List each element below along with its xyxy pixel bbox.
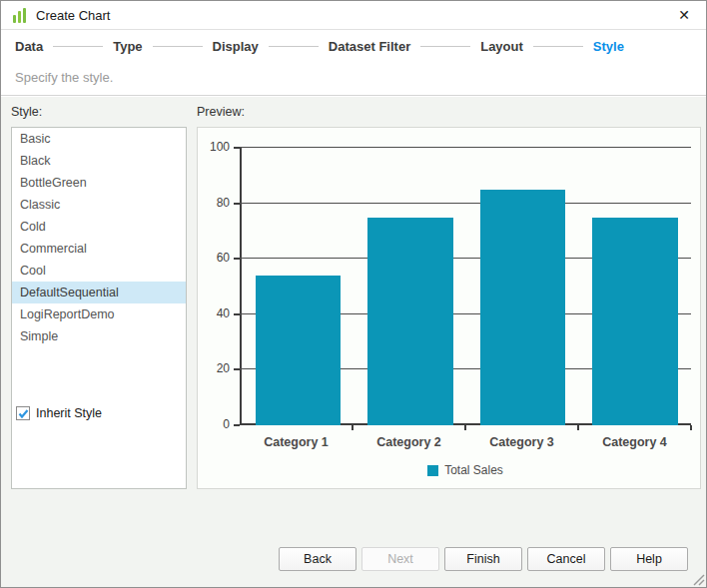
x-label-category-3: Category 3 (465, 435, 578, 449)
y-tick-100 (234, 147, 240, 149)
inherit-style-row: Inherit Style (16, 406, 102, 420)
step-connector (53, 46, 103, 47)
back-button[interactable]: Back (279, 547, 356, 571)
list-item-commercial[interactable]: Commercial (12, 238, 186, 260)
titlebar: Create Chart ✕ (1, 1, 706, 30)
bar-slot-1 (242, 148, 354, 425)
y-tick-label-20: 20 (198, 361, 230, 375)
preview-section: Preview: 020406080100Category 1Category … (197, 105, 701, 587)
bar-slot-4 (579, 148, 692, 425)
bars-container (242, 148, 691, 425)
bar-slot-2 (354, 148, 467, 425)
wizard-step-type[interactable]: Type (113, 39, 142, 54)
resize-grip[interactable] (692, 573, 705, 586)
next-button: Next (361, 547, 439, 571)
x-label-category-1: Category 1 (240, 435, 353, 449)
list-item-bottlegreen[interactable]: BottleGreen (12, 172, 186, 194)
bar-category-4 (592, 218, 678, 426)
bar-category-3 (480, 190, 566, 425)
x-tick-2 (464, 425, 466, 430)
x-label-category-4: Category 4 (578, 435, 691, 449)
wizard-step-data[interactable]: Data (15, 39, 43, 54)
y-tick-label-60: 60 (198, 251, 230, 265)
close-icon[interactable]: ✕ (674, 5, 694, 25)
style-listbox[interactable]: BasicBlackBottleGreenClassicColdCommerci… (11, 127, 187, 489)
x-labels-row: Category 1Category 2Category 3Category 4 (240, 435, 691, 449)
list-item-cool[interactable]: Cool (12, 260, 186, 282)
list-item-classic[interactable]: Classic (12, 194, 186, 216)
chart-legend: Total Sales (240, 463, 691, 477)
chart-bars-icon (13, 8, 26, 23)
y-tick-60 (234, 258, 240, 260)
list-item-cold[interactable]: Cold (12, 216, 186, 238)
bar-slot-3 (466, 148, 579, 425)
step-connector (533, 46, 583, 47)
create-chart-dialog: Create Chart ✕ DataTypeDisplayDataset Fi… (0, 0, 707, 588)
step-connector (269, 46, 319, 47)
y-tick-0 (234, 424, 240, 426)
y-tick-label-80: 80 (198, 196, 230, 210)
footer-buttons: BackNextFinishCancelHelp (279, 547, 688, 571)
x-label-category-2: Category 2 (353, 435, 465, 449)
y-tick-label-40: 40 (198, 306, 230, 320)
chart-preview: 020406080100Category 1Category 2Category… (197, 127, 701, 489)
list-item-defaultsequential[interactable]: DefaultSequential (12, 282, 186, 303)
wizard-subtitle: Specify the style. (1, 63, 706, 96)
y-tick-40 (234, 313, 240, 315)
step-connector (153, 46, 203, 47)
list-item-basic[interactable]: Basic (12, 128, 186, 150)
inherit-style-checkbox[interactable] (16, 406, 30, 420)
finish-button[interactable]: Finish (444, 547, 522, 571)
checkmark-icon (18, 408, 29, 419)
legend-swatch (427, 465, 438, 476)
window-title: Create Chart (36, 8, 110, 23)
y-tick-label-100: 100 (198, 140, 230, 154)
list-item-logireportdemo[interactable]: LogiReportDemo (12, 303, 186, 325)
x-tick-4 (690, 425, 692, 430)
wizard-step-display[interactable]: Display (213, 39, 259, 54)
wizard-step-style[interactable]: Style (593, 39, 624, 54)
cancel-button[interactable]: Cancel (527, 547, 605, 571)
inherit-style-label: Inherit Style (36, 406, 102, 420)
x-tick-3 (577, 425, 579, 430)
y-tick-80 (234, 203, 240, 205)
bar-category-1 (256, 276, 342, 425)
style-list-section: Style: BasicBlackBottleGreenClassicColdC… (11, 105, 188, 587)
wizard-step-dataset-filter[interactable]: Dataset Filter (329, 39, 410, 54)
y-tick-20 (234, 368, 240, 370)
y-tick-label-0: 0 (198, 417, 230, 431)
dialog-content: Style: BasicBlackBottleGreenClassicColdC… (1, 97, 706, 587)
bar-category-2 (367, 218, 453, 426)
list-item-simple[interactable]: Simple (12, 325, 186, 347)
x-tick-1 (352, 425, 354, 430)
step-connector (420, 46, 470, 47)
style-list-label: Style: (11, 105, 188, 121)
help-button[interactable]: Help (610, 547, 688, 571)
wizard-steps: DataTypeDisplayDataset FilterLayoutStyle (1, 30, 706, 63)
preview-label: Preview: (197, 105, 701, 121)
wizard-step-layout[interactable]: Layout (480, 39, 523, 54)
legend-label: Total Sales (444, 463, 503, 477)
list-item-black[interactable]: Black (12, 150, 186, 172)
